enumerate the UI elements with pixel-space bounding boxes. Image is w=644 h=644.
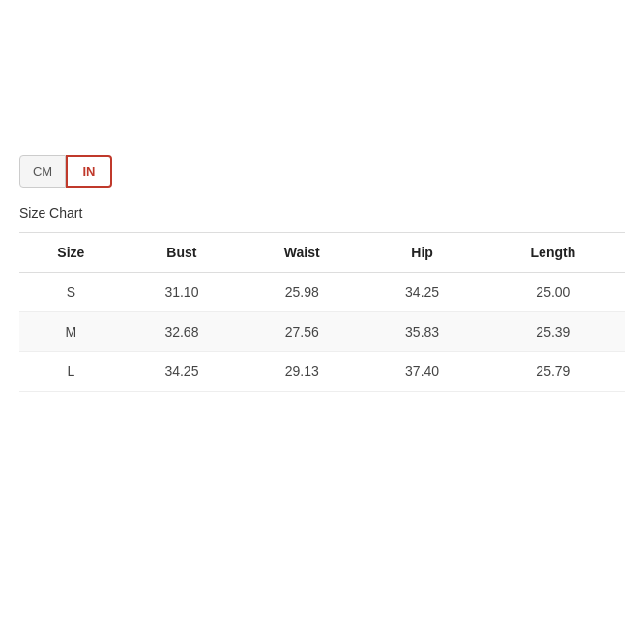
table-cell: 27.56 [241,312,363,352]
col-header-bust: Bust [123,233,241,273]
table-row: S31.1025.9834.2525.00 [19,273,625,312]
table-cell: S [19,273,123,312]
table-cell: L [19,352,123,392]
in-button[interactable]: IN [66,155,112,188]
col-header-waist: Waist [241,233,363,273]
section-title: Size Chart [19,205,625,220]
col-header-hip: Hip [363,233,481,273]
table-cell: 34.25 [363,273,481,312]
table-cell: 31.10 [123,273,241,312]
size-chart-table: Size Bust Waist Hip Length S31.1025.9834… [19,232,625,392]
table-header-row: Size Bust Waist Hip Length [19,233,625,273]
table-row: M32.6827.5635.8325.39 [19,312,625,352]
table-cell: 37.40 [363,352,481,392]
col-header-size: Size [19,233,123,273]
unit-toggle-group: CM IN [19,155,625,188]
table-row: L34.2529.1337.4025.79 [19,352,625,392]
table-cell: 25.79 [482,352,625,392]
table-cell: 25.39 [482,312,625,352]
table-cell: 29.13 [241,352,363,392]
table-cell: 34.25 [123,352,241,392]
table-cell: M [19,312,123,352]
table-cell: 25.00 [482,273,625,312]
col-header-length: Length [482,233,625,273]
table-cell: 25.98 [241,273,363,312]
table-cell: 35.83 [363,312,481,352]
table-cell: 32.68 [123,312,241,352]
cm-button[interactable]: CM [19,155,66,188]
